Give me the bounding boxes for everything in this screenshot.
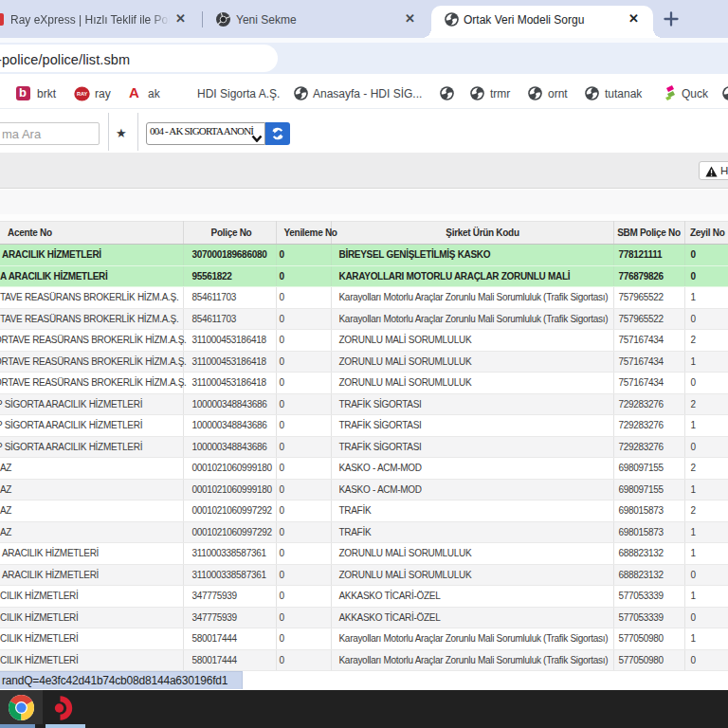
svg-text:RAY: RAY [77,91,87,97]
